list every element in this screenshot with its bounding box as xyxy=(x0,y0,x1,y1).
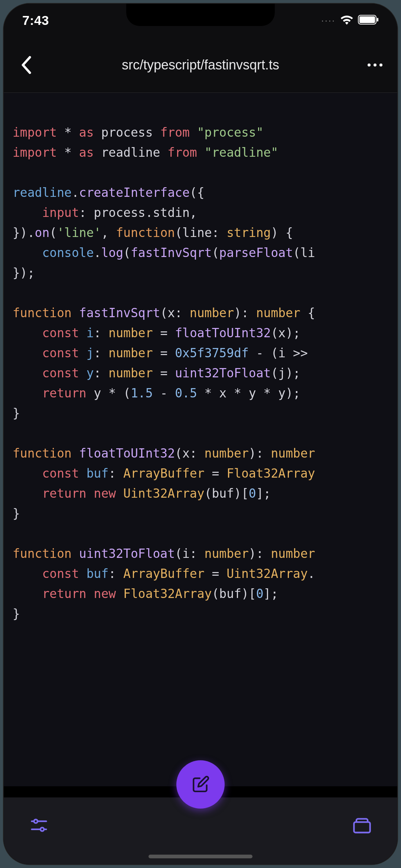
code-token: uint32ToFloat xyxy=(79,546,175,561)
code-token: Uint32Array xyxy=(123,486,205,501)
code-token: function xyxy=(13,446,72,461)
code-token: readline xyxy=(94,145,168,160)
code-token xyxy=(13,326,42,340)
code-token: y xyxy=(87,366,94,380)
svg-point-4 xyxy=(374,64,376,66)
cellular-signal-icon: ···· xyxy=(321,15,336,26)
code-token xyxy=(79,346,87,360)
code-token: function xyxy=(116,225,175,240)
code-token: Float32Array xyxy=(123,586,212,601)
code-token: : xyxy=(94,346,109,360)
code-token: ) { xyxy=(271,225,293,240)
code-token xyxy=(13,486,42,501)
code-token: ({ xyxy=(190,185,205,200)
code-token: import xyxy=(13,145,57,160)
code-token: parseFloat xyxy=(219,246,293,260)
code-token: : process.stdin, xyxy=(79,205,197,220)
home-indicator[interactable] xyxy=(149,855,252,858)
device-notch xyxy=(126,4,275,26)
code-token: Float32Array xyxy=(226,466,315,481)
code-token: 0 xyxy=(249,486,256,501)
code-editor[interactable]: import * as process from "process" impor… xyxy=(4,93,397,786)
code-token: Uint32Array xyxy=(226,566,308,581)
code-token: createInterface xyxy=(79,185,190,200)
code-token: number xyxy=(205,446,249,461)
code-token: : xyxy=(94,366,109,380)
code-token: * x * y * y); xyxy=(197,386,300,400)
code-token xyxy=(13,566,42,581)
code-token: new xyxy=(94,586,116,601)
code-token: from xyxy=(160,125,189,140)
code-token: , xyxy=(101,225,116,240)
code-token: = xyxy=(153,326,175,340)
edit-fab-button[interactable] xyxy=(176,760,225,809)
code-token: function xyxy=(13,306,72,320)
code-token: as xyxy=(79,125,94,140)
code-token: . xyxy=(308,566,315,581)
code-token: : xyxy=(94,326,109,340)
device-frame: 7:43 ···· src/typescript/fastinvsqrt.ts … xyxy=(4,4,397,864)
code-token: } xyxy=(13,506,20,521)
code-token: on xyxy=(35,225,50,240)
code-token: buf xyxy=(87,466,109,481)
code-token: number xyxy=(108,366,153,380)
code-token: import xyxy=(13,125,57,140)
code-token: from xyxy=(167,145,197,160)
code-token: j xyxy=(87,346,94,360)
code-token xyxy=(79,566,87,581)
code-token: return xyxy=(42,486,86,501)
code-token: floatToUInt32 xyxy=(79,446,175,461)
code-token: ): xyxy=(249,446,271,461)
status-time: 7:43 xyxy=(22,13,49,28)
battery-icon xyxy=(358,15,379,26)
code-token: const xyxy=(42,566,79,581)
code-token: uint32ToFloat xyxy=(175,366,271,380)
code-token: number xyxy=(190,306,234,320)
code-token: (buf)[ xyxy=(205,486,249,501)
code-token xyxy=(79,366,87,380)
code-token: ): xyxy=(249,546,271,561)
settings-sliders-button[interactable] xyxy=(26,812,52,838)
code-token xyxy=(79,466,87,481)
code-token: - (i >> xyxy=(249,346,315,360)
code-token: const xyxy=(42,326,79,340)
code-token: (line: xyxy=(175,225,226,240)
code-token: ): xyxy=(234,306,256,320)
code-token xyxy=(116,486,123,501)
code-token: y * ( xyxy=(87,386,131,400)
svg-rect-1 xyxy=(359,16,375,23)
code-token: number xyxy=(205,546,249,561)
code-token: 0x5f3759df xyxy=(175,346,249,360)
code-token: ( xyxy=(212,246,219,260)
file-path-title: src/typescript/fastinvsqrt.ts xyxy=(37,57,364,73)
code-token: fastInvSqrt xyxy=(79,306,160,320)
code-token: number xyxy=(108,346,153,360)
files-box-button[interactable] xyxy=(349,812,375,838)
code-token: * xyxy=(57,125,79,140)
code-token: 0 xyxy=(256,586,264,601)
code-token: readline xyxy=(13,185,72,200)
code-token: (i: xyxy=(175,546,204,561)
code-token: (buf)[ xyxy=(212,586,256,601)
code-token: "process" xyxy=(197,125,264,140)
code-token: ArrayBuffer xyxy=(123,466,205,481)
more-options-button[interactable] xyxy=(364,54,386,76)
wifi-icon xyxy=(340,14,353,26)
code-token: as xyxy=(79,145,94,160)
code-token: (li xyxy=(293,246,315,260)
code-token: console xyxy=(42,246,94,260)
code-token xyxy=(79,326,87,340)
code-token: = xyxy=(153,366,175,380)
back-button[interactable] xyxy=(15,54,37,76)
code-token: log xyxy=(101,246,123,260)
code-token: : xyxy=(108,466,123,481)
code-token: return xyxy=(42,586,86,601)
code-token xyxy=(13,246,42,260)
code-token: } xyxy=(13,607,20,621)
code-token: process xyxy=(94,125,160,140)
code-token: const xyxy=(42,466,79,481)
code-token: function xyxy=(13,546,72,561)
code-token xyxy=(116,586,123,601)
code-token: ArrayBuffer xyxy=(123,566,205,581)
code-token: string xyxy=(226,225,271,240)
